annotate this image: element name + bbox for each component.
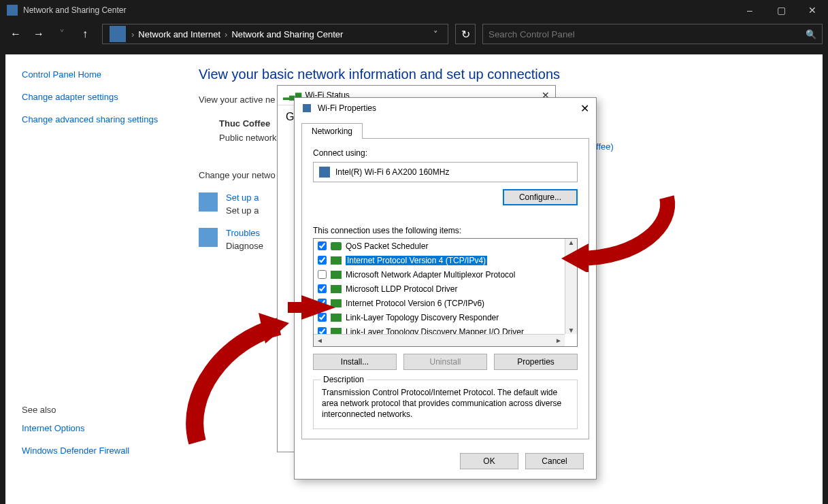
adapter-icon (319, 167, 330, 178)
troubleshoot-desc: Diagnose (226, 241, 263, 251)
app-icon (7, 5, 18, 16)
ok-button[interactable]: OK (460, 453, 518, 469)
protocol-icon (331, 256, 342, 265)
protocol-icon (331, 242, 342, 250)
protocol-icon (331, 314, 342, 322)
scroll-right-icon[interactable]: ► (555, 337, 562, 344)
wifi-properties-dialog[interactable]: Wi-Fi Properties ✕ Networking Connect us… (294, 97, 597, 480)
protocol-label: Link-Layer Topology Discovery Responder (346, 313, 499, 322)
networking-tab-body: Connect using: Intel(R) Wi-Fi 6 AX200 16… (301, 138, 589, 439)
protocol-checkbox[interactable] (318, 270, 327, 279)
protocol-item[interactable]: Microsoft Network Adapter Multiplexor Pr… (314, 267, 565, 282)
adapter-box[interactable]: Intel(R) Wi-Fi 6 AX200 160MHz (313, 162, 578, 182)
setup-desc: Set up a (226, 205, 259, 216)
protocol-item[interactable]: Internet Protocol Version 4 (TCP/IPv4) (314, 253, 565, 267)
protocol-label: Internet Protocol Version 6 (TCP/IPv6) (346, 299, 484, 308)
up-button[interactable]: ↑ (75, 24, 95, 44)
protocol-item[interactable]: Internet Protocol Version 6 (TCP/IPv6) (314, 296, 565, 310)
protocol-checkbox[interactable] (318, 327, 327, 334)
protocol-item[interactable]: Microsoft LLDP Protocol Driver (314, 282, 565, 296)
window-title: Network and Sharing Center (23, 5, 734, 15)
internet-options-link[interactable]: Internet Options (22, 423, 166, 435)
recent-button[interactable]: ˅ (52, 24, 72, 44)
sidebar: Control Panel Home Change adapter settin… (5, 54, 182, 504)
description-text: Transmission Control Protocol/Internet P… (322, 387, 569, 420)
protocol-label: QoS Packet Scheduler (346, 241, 428, 251)
protocol-icon (331, 285, 342, 293)
protocol-icon (331, 328, 342, 335)
description-group: Description Transmission Control Protoco… (313, 380, 578, 429)
close-button[interactable]: ✕ (797, 0, 828, 20)
breadcrumb-level1[interactable]: Network and Internet (135, 29, 223, 39)
breadcrumb-level2[interactable]: Network and Sharing Center (229, 29, 346, 39)
scroll-left-icon[interactable]: ◄ (316, 337, 323, 344)
wifi-properties-icon (301, 103, 312, 114)
wifi-properties-title: Wi-Fi Properties (318, 103, 376, 113)
protocol-checkbox[interactable] (318, 313, 327, 322)
protocol-icon (331, 271, 342, 279)
protocol-checkbox[interactable] (318, 256, 327, 265)
protocol-label: Link-Layer Topology Discovery Mapper I/O… (346, 327, 524, 335)
protocol-label: Microsoft Network Adapter Multiplexor Pr… (346, 270, 515, 280)
search-box[interactable]: 🔍 (482, 24, 823, 44)
description-legend: Description (320, 375, 367, 384)
protocol-label: Internet Protocol Version 4 (TCP/IPv4) (346, 256, 487, 265)
items-listbox[interactable]: QoS Packet SchedulerInternet Protocol Ve… (313, 238, 578, 347)
scroll-down-icon[interactable]: ▼ (568, 326, 575, 334)
search-icon[interactable]: 🔍 (806, 29, 816, 39)
horizontal-scrollbar[interactable]: ◄ ► (314, 334, 565, 346)
troubleshoot-icon (199, 228, 218, 247)
items-label: This connection uses the following items… (313, 205, 578, 235)
protocol-checkbox[interactable] (318, 284, 327, 293)
connection-link-suffix[interactable]: ffee) (596, 141, 614, 152)
protocol-label: Microsoft LLDP Protocol Driver (346, 284, 458, 294)
address-dropdown[interactable]: ˅ (426, 29, 445, 39)
address-bar[interactable]: › Network and Internet › Network and Sha… (102, 24, 448, 44)
search-input[interactable] (488, 29, 806, 39)
configure-button[interactable]: Configure... (503, 189, 578, 205)
wifi-properties-close[interactable]: ✕ (580, 102, 589, 115)
setup-title[interactable]: Set up a (226, 192, 259, 203)
scroll-up-icon[interactable]: ▲ (568, 239, 575, 246)
back-button[interactable]: ← (5, 24, 26, 44)
connect-using-label: Connect using: (313, 148, 578, 158)
page-heading: View your basic network information and … (199, 67, 806, 82)
protocol-item[interactable]: Link-Layer Topology Discovery Mapper I/O… (314, 324, 565, 334)
control-panel-home-link[interactable]: Control Panel Home (22, 69, 166, 81)
see-also-label: See also (22, 405, 166, 415)
maximize-button[interactable]: ▢ (765, 0, 797, 20)
troubleshoot-title[interactable]: Troubles (226, 228, 263, 238)
minimize-button[interactable]: – (734, 0, 765, 20)
adapter-name: Intel(R) Wi-Fi 6 AX200 160MHz (335, 167, 449, 177)
svg-rect-0 (303, 104, 311, 112)
chevron-right-icon: › (223, 29, 229, 39)
vertical-scrollbar[interactable]: ▲ ▼ (565, 239, 577, 334)
setup-icon (199, 192, 218, 212)
wifi-status-general-tab[interactable]: G (286, 111, 294, 122)
forward-button[interactable]: → (29, 24, 49, 44)
change-adapter-link[interactable]: Change adapter settings (22, 92, 166, 103)
titlebar: Network and Sharing Center – ▢ ✕ (0, 0, 828, 20)
defender-firewall-link[interactable]: Windows Defender Firewall (22, 446, 166, 457)
protocol-checkbox[interactable] (318, 299, 327, 307)
address-icon (110, 26, 126, 42)
cancel-button[interactable]: Cancel (525, 453, 584, 469)
networking-tab[interactable]: Networking (301, 123, 363, 139)
install-button[interactable]: Install... (313, 354, 397, 370)
protocol-checkbox[interactable] (318, 241, 327, 250)
chevron-right-icon: › (130, 29, 135, 39)
uninstall-button: Uninstall (403, 354, 487, 370)
protocol-icon (331, 299, 342, 307)
change-advanced-sharing-link[interactable]: Change advanced sharing settings (22, 114, 166, 126)
protocol-item[interactable]: Link-Layer Topology Discovery Responder (314, 310, 565, 324)
command-bar: ← → ˅ ↑ › Network and Internet › Network… (0, 20, 828, 48)
protocol-item[interactable]: QoS Packet Scheduler (314, 239, 565, 253)
properties-button[interactable]: Properties (494, 354, 578, 370)
refresh-button[interactable]: ↻ (455, 24, 476, 44)
